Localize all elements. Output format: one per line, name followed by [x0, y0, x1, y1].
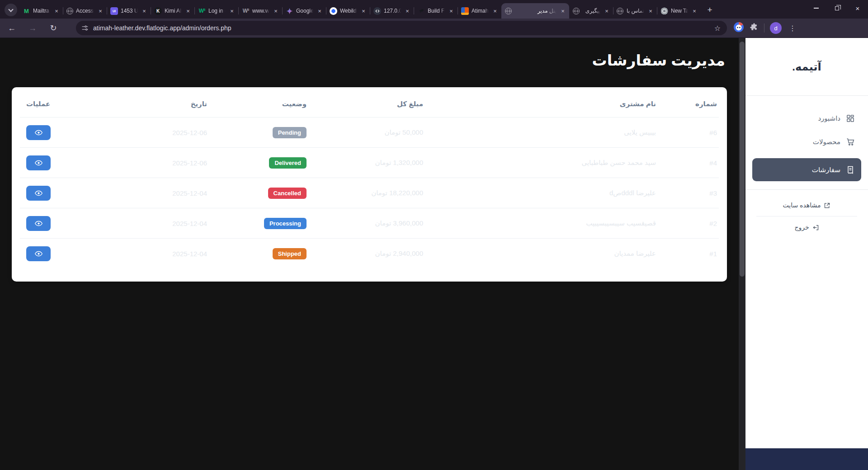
w3schools-icon: W³: [198, 7, 206, 15]
back-button[interactable]: ←: [5, 21, 19, 35]
tab-tracking[interactable]: پیگیری ×: [569, 3, 613, 19]
tab-title: New Ta: [671, 8, 688, 14]
profile-avatar[interactable]: d: [770, 22, 782, 34]
w3schools-gray-icon: W³: [242, 7, 250, 15]
order-date: 2025-12-04: [84, 239, 209, 269]
tab-close-icon[interactable]: ×: [691, 7, 698, 14]
status-badge: Cancelled: [268, 188, 307, 199]
tab-close-icon[interactable]: ×: [97, 7, 104, 14]
globe-icon: [66, 8, 73, 14]
tab-contact[interactable]: تماس با ×: [613, 3, 657, 19]
tab-new-tab[interactable]: New Ta ×: [657, 3, 701, 19]
view-order-button[interactable]: [26, 246, 51, 261]
sidebar-footer-strip: [745, 448, 868, 470]
reload-button[interactable]: ↻: [46, 21, 61, 35]
view-order-button[interactable]: [26, 186, 51, 201]
kimi-icon: K: [154, 7, 162, 15]
tab-title: Access: [76, 8, 94, 14]
window-controls: ×: [806, 0, 868, 16]
sidebar-item-products[interactable]: محصولات: [752, 131, 861, 153]
webild-icon: [330, 7, 337, 15]
sidebar-item-orders[interactable]: سفارشات: [752, 158, 861, 181]
tab-close-icon[interactable]: ×: [448, 7, 455, 14]
tab-title: پنل مدیر: [514, 8, 557, 14]
eye-icon: [35, 129, 42, 136]
extensions-puzzle-icon[interactable]: [750, 23, 759, 33]
view-order-button[interactable]: [26, 155, 51, 170]
view-order-button[interactable]: [26, 125, 51, 140]
tab-admin-panel-active[interactable]: پنل مدیر ×: [501, 3, 569, 19]
tab-login[interactable]: W³ Log in - ×: [194, 3, 238, 19]
browser-menu-icon[interactable]: ⋮: [787, 24, 798, 33]
sidebar-item-dashboard[interactable]: داشبورد: [752, 108, 861, 129]
url-text[interactable]: atimah-leather.dev.flatlogic.app/admin/o…: [93, 24, 713, 32]
tab-access[interactable]: Access ×: [63, 3, 107, 19]
tab-localhost[interactable]: 127.0.0. ×: [370, 3, 414, 19]
logout-link[interactable]: خروج: [794, 217, 819, 237]
order-customer: بیبیس یلایی: [425, 118, 658, 148]
tab-close-icon[interactable]: ×: [559, 7, 566, 14]
tab-close-icon[interactable]: ×: [272, 7, 279, 14]
atimah-flag-icon: [461, 7, 469, 15]
tab-list: M Mailtra × Access × UI 1453 UI × K Kimi…: [19, 0, 701, 19]
forward-button[interactable]: →: [25, 21, 40, 35]
scrollbar-thumb[interactable]: [740, 42, 745, 277]
tab-mailtrap[interactable]: M Mailtra ×: [19, 3, 63, 19]
mailtrap-icon: M: [23, 7, 30, 15]
tab-build[interactable]: Build Fu ×: [414, 3, 458, 19]
window-minimize-button[interactable]: [806, 0, 826, 16]
page-scrollbar[interactable]: [739, 38, 745, 470]
site-info-icon[interactable]: [81, 24, 89, 32]
address-bar[interactable]: atimah-leather.dev.flatlogic.app/admin/o…: [76, 21, 727, 35]
status-badge: Processing: [264, 218, 307, 229]
tab-close-icon[interactable]: ×: [647, 7, 654, 14]
tab-webild[interactable]: Webild ×: [326, 3, 370, 19]
orders-table: شماره نام مشتری مبلغ کل وضعیت تاریخ عملی…: [20, 87, 719, 269]
tab-title: Google: [296, 8, 313, 14]
main-content: مدیریت سفارشات شماره نام مشتری مبلغ کل و…: [0, 38, 739, 470]
tab-close-icon[interactable]: ×: [184, 7, 192, 14]
order-number: #3: [658, 178, 719, 208]
tab-close-icon[interactable]: ×: [141, 7, 148, 14]
table-row: #6 بیبیس یلایی 50,000 تومان Pending 2025…: [20, 118, 719, 148]
view-order-button[interactable]: [26, 216, 51, 231]
tab-close-icon[interactable]: ×: [53, 7, 60, 14]
tab-close-icon[interactable]: ×: [404, 7, 411, 14]
table-header-row: شماره نام مشتری مبلغ کل وضعیت تاریخ عملی…: [20, 87, 719, 118]
order-total: 18,220,000 تومان: [308, 178, 425, 208]
extension-robot-icon[interactable]: [733, 22, 744, 34]
toolbar-separator: [764, 24, 764, 33]
tab-atimah[interactable]: Atimah ×: [458, 3, 501, 19]
tab-close-icon[interactable]: ×: [316, 7, 323, 14]
tab-kimi-ai[interactable]: K Kimi AI ×: [151, 3, 194, 19]
eye-icon: [35, 250, 42, 258]
tab-1453-ui[interactable]: UI 1453 UI ×: [107, 3, 151, 19]
tab-close-icon[interactable]: ×: [491, 7, 499, 14]
new-tab-button[interactable]: +: [703, 4, 716, 16]
tab-search-button[interactable]: [5, 4, 17, 16]
page-title: مدیریت سفارشات: [0, 50, 725, 71]
external-link-icon: [824, 202, 830, 209]
tab-www[interactable]: W³ www.w ×: [238, 3, 282, 19]
table-row: #4 سید محمد حسن طباطبایی 1,320,000 تومان…: [20, 148, 719, 178]
tab-title: Build Fu: [428, 8, 445, 14]
window-close-button[interactable]: ×: [847, 0, 868, 16]
view-site-link[interactable]: مشاهده سایت: [783, 195, 831, 215]
orders-receipt-icon: [846, 165, 855, 174]
order-total: 50,000 تومان: [308, 118, 425, 148]
order-date: 2025-12-04: [84, 178, 209, 208]
orders-card: شماره نام مشتری مبلغ کل وضعیت تاریخ عملی…: [12, 87, 727, 282]
chevron-down-icon: [8, 7, 13, 12]
globe-icon: [573, 8, 580, 14]
bookmark-star-icon[interactable]: ☆: [713, 24, 722, 33]
tab-google[interactable]: Google ×: [282, 3, 326, 19]
tab-close-icon[interactable]: ×: [228, 7, 236, 14]
tab-title: Webild: [340, 8, 357, 14]
window-restore-button[interactable]: [826, 0, 847, 16]
tab-close-icon[interactable]: ×: [603, 7, 610, 14]
table-row: #3 علیرضا dddlصd 18,220,000 تومان Cancel…: [20, 178, 719, 208]
browser-tab-strip: M Mailtra × Access × UI 1453 UI × K Kimi…: [0, 0, 868, 19]
tab-title: Mailtra: [33, 8, 50, 14]
tab-close-icon[interactable]: ×: [360, 7, 367, 14]
globe-icon: [505, 8, 512, 14]
